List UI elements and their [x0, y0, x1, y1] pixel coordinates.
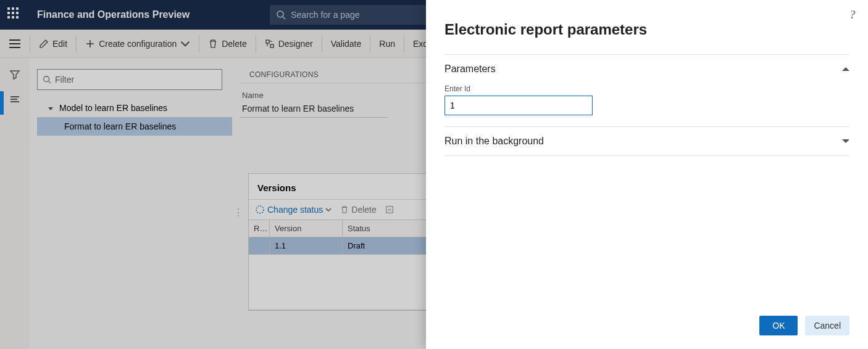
- help-icon[interactable]: ?: [850, 9, 856, 22]
- expand-icon: [48, 107, 53, 110]
- search-placeholder: Search for a page: [291, 10, 359, 20]
- enter-id-input[interactable]: [444, 96, 593, 115]
- section-background-title: Run in the background: [444, 136, 544, 147]
- svg-rect-4: [266, 40, 269, 43]
- trash-icon: [340, 205, 349, 214]
- tree-filter[interactable]: Filter: [37, 69, 222, 90]
- svg-rect-12: [386, 207, 393, 213]
- tree-node-label: Model to learn ER baselines: [59, 103, 167, 113]
- col-version-header[interactable]: Version: [270, 220, 343, 237]
- app-title: Finance and Operations Preview: [37, 9, 190, 20]
- chevron-down-icon: [842, 139, 849, 143]
- resize-handle[interactable]: ⋮: [233, 211, 243, 215]
- app-launcher-icon[interactable]: [7, 7, 22, 22]
- delete-label: Delete: [222, 39, 246, 49]
- chevron-up-icon: [842, 67, 849, 71]
- enter-id-label: Enter Id: [444, 84, 849, 93]
- report-parameters-dialog: Electronic report parameters ? Parameter…: [426, 0, 868, 349]
- svg-point-9: [44, 76, 49, 82]
- delete-button[interactable]: Delete: [199, 30, 255, 57]
- designer-label: Designer: [278, 39, 313, 49]
- validate-button[interactable]: Validate: [322, 30, 370, 57]
- name-value[interactable]: Format to learn ER baselines: [240, 100, 388, 118]
- section-background-header[interactable]: Run in the background: [444, 136, 849, 147]
- cancel-button[interactable]: Cancel: [805, 316, 849, 335]
- create-config-label: Create configuration: [99, 39, 177, 49]
- edit-button[interactable]: Edit: [30, 30, 76, 57]
- trash-icon: [208, 39, 218, 49]
- dialog-title: Electronic report parameters ?: [426, 0, 868, 49]
- dialog-footer: OK Cancel: [426, 307, 868, 349]
- svg-line-1: [283, 17, 285, 19]
- tree-node-label: Format to learn ER baselines: [64, 121, 176, 131]
- svg-line-10: [49, 81, 51, 84]
- cell-r: [249, 237, 270, 255]
- dialog-body: Parameters Enter Id Run in the backgroun…: [426, 49, 868, 307]
- section-parameters-title: Parameters: [444, 64, 496, 75]
- version-delete-button[interactable]: Delete: [340, 205, 376, 215]
- section-parameters-header[interactable]: Parameters: [444, 64, 849, 75]
- filter-icon[interactable]: [9, 69, 20, 80]
- tree-node-child[interactable]: Format to learn ER baselines: [37, 117, 232, 136]
- chevron-down-icon: [325, 207, 332, 213]
- designer-icon: [265, 39, 275, 49]
- chevron-down-icon: [180, 39, 190, 49]
- ok-button[interactable]: OK: [759, 316, 798, 335]
- designer-button[interactable]: Designer: [256, 30, 322, 57]
- create-config-button[interactable]: Create configuration: [77, 30, 199, 57]
- validate-label: Validate: [331, 39, 362, 49]
- svg-rect-5: [270, 44, 273, 47]
- run-button[interactable]: Run: [370, 30, 404, 57]
- name-label: Name: [240, 91, 388, 100]
- exchange-label: Exc: [413, 39, 427, 49]
- version-extra-button[interactable]: [385, 205, 394, 214]
- run-label: Run: [379, 39, 395, 49]
- change-status-button[interactable]: Change status: [255, 205, 332, 215]
- left-rail: [0, 58, 30, 349]
- filter-placeholder: Filter: [55, 75, 74, 84]
- tree-panel: Filter Model to learn ER baselines Forma…: [30, 58, 240, 349]
- edit-label: Edit: [52, 39, 67, 49]
- cell-version: 1.1: [270, 237, 343, 255]
- svg-point-0: [277, 11, 283, 17]
- dialog-title-text: Electronic report parameters: [444, 21, 647, 38]
- status-icon: [255, 205, 265, 215]
- nav-toggle[interactable]: [0, 30, 30, 57]
- section-background: Run in the background: [444, 127, 849, 156]
- search-icon: [43, 75, 51, 84]
- col-r-header[interactable]: R...: [249, 220, 270, 237]
- edit-icon: [39, 39, 49, 49]
- svg-point-11: [256, 206, 264, 213]
- section-parameters: Parameters Enter Id: [444, 54, 849, 127]
- edit-icon: [385, 205, 394, 214]
- change-status-label: Change status: [267, 205, 323, 215]
- search-icon: [276, 10, 286, 20]
- tree-node-root[interactable]: Model to learn ER baselines: [37, 99, 232, 117]
- plus-icon: [85, 39, 95, 49]
- list-view-icon[interactable]: [9, 94, 20, 105]
- rail-active-indicator: [0, 91, 4, 115]
- version-delete-label: Delete: [351, 205, 376, 215]
